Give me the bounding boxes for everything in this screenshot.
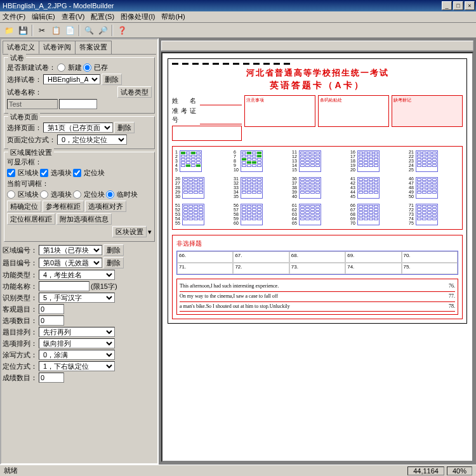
f-optorder-select[interactable]: 纵向排列 — [39, 338, 115, 348]
question-block: 7172737475 — [409, 204, 459, 225]
toolbar-separator — [32, 25, 33, 36]
id-field — [200, 107, 242, 124]
select-paper-label: 选择试卷： — [7, 75, 42, 84]
question-block: 1112131415 — [292, 150, 343, 172]
question-block: 12345 — [175, 150, 226, 172]
maximize-button[interactable]: □ — [453, 1, 463, 10]
group-paper: 试卷 是否新建试卷： 新建 已存 选择试卷： HBEnglish_A 删除 试卷… — [4, 57, 155, 114]
delete-paper-button[interactable]: 删除 — [102, 74, 122, 85]
f-region-del[interactable]: 删除 — [103, 244, 124, 256]
essay-cell: 75. — [402, 263, 458, 274]
chk-option[interactable] — [40, 169, 48, 177]
f-functype-label: 功能类型： — [3, 270, 37, 280]
r-region[interactable] — [7, 190, 15, 199]
close-button[interactable]: × — [465, 1, 475, 10]
tb-zoomin-icon[interactable]: 🔍 — [83, 24, 95, 37]
chk-locate[interactable] — [73, 169, 81, 177]
preview-toolbar — [161, 41, 473, 51]
group-region: 区域属性设置 可显示框： 区域块 选项块 定位块 当前可调框： 区域块 选项块 … — [4, 152, 155, 242]
paper-type-button[interactable]: 试卷类型 — [117, 86, 152, 98]
tb-cut-icon[interactable]: ✂ — [36, 24, 48, 37]
question-block: 5657585960 — [234, 204, 284, 225]
select-locate[interactable]: 0，定位块定位 — [57, 135, 127, 145]
btn-precise[interactable]: 精确定位 — [7, 201, 41, 212]
f-region-select[interactable]: 第1块（已存块） — [39, 245, 102, 255]
menu-file[interactable]: 文件(F) — [3, 12, 25, 22]
f-objcount-input[interactable] — [39, 304, 64, 314]
r-option[interactable] — [40, 190, 48, 199]
preview-viewport[interactable]: 河北省普通高等学校招生统一考试 英语答题卡（A卡） 姓 名 准考证号 注意事项 … — [161, 52, 473, 462]
f-optcount-input[interactable] — [39, 315, 64, 326]
menu-edit[interactable]: 编辑(E) — [32, 12, 55, 22]
window-title: HBEnglish_A_2.JPG - ModelBuilder — [1, 2, 440, 10]
btn-align[interactable]: 选项框对齐 — [85, 201, 126, 212]
menu-config[interactable]: 配置(S) — [91, 12, 114, 22]
essay-cell: 68. — [289, 251, 345, 263]
f-score-label: 成绩数目： — [3, 373, 37, 383]
f-rectype-select[interactable]: 5，手写汉字 — [39, 293, 115, 303]
f-locmode-select[interactable]: 1，下右纵定位 — [39, 361, 115, 371]
essay-cell: 70. — [402, 251, 458, 263]
status-ready: 就绪 — [4, 466, 18, 475]
btn-addinfo[interactable]: 附加选项框信息 — [56, 213, 112, 225]
tb-save-icon[interactable]: 💾 — [17, 24, 29, 37]
properties-panel: 试卷定义 试卷评阅 答案设置 试卷 是否新建试卷： 新建 已存 选择试卷： HB… — [0, 38, 159, 465]
tb-paste-icon[interactable]: 📋 — [50, 24, 62, 37]
essay-title: 非选择题 — [176, 239, 458, 248]
paper-name-label: 试卷名称： — [7, 88, 42, 97]
select-page[interactable]: 第1页（已存页面） — [43, 122, 113, 133]
tab-review[interactable]: 试卷评阅 — [39, 41, 76, 54]
sheet-info: 姓 名 准考证号 注意事项 条码粘贴处 缺考标记 — [172, 95, 463, 141]
menu-help[interactable]: 帮助(H) — [161, 12, 185, 22]
radio-exist[interactable] — [83, 63, 91, 72]
f-optcount-label: 选项数目： — [3, 316, 37, 326]
locate-label: 页面定位方式： — [7, 135, 56, 145]
panel-tabs: 试卷定义 试卷评阅 答案设置 — [3, 41, 156, 55]
btn-locdist[interactable]: 定位框居框距 — [7, 213, 55, 225]
select-paper[interactable]: HBEnglish_A — [43, 74, 100, 84]
tb-open-icon[interactable]: 📁 — [3, 24, 15, 37]
toolbar-separator — [79, 25, 80, 36]
f-funcname-hint: (限15字) — [91, 282, 117, 291]
f-funcname-label: 功能名称： — [3, 282, 37, 291]
essay-cell: 73. — [289, 263, 345, 274]
menu-image[interactable]: 图像处理(I) — [121, 12, 155, 22]
delete-page-button[interactable]: 删除 — [114, 122, 135, 133]
question-block: 5152535455 — [175, 204, 226, 225]
menu-bar: 文件(F) 编辑(E) 查看(V) 配置(S) 图像处理(I) 帮助(H) — [0, 11, 476, 23]
tb-help-icon[interactable]: ❓ — [116, 24, 128, 37]
essay-cell: 74. — [345, 263, 401, 274]
f-qorder-label: 题目排列： — [3, 327, 37, 337]
group-title: 试卷 — [8, 53, 26, 63]
select-page-label: 选择页面： — [7, 123, 42, 133]
f-fill-select[interactable]: 0，涂满 — [39, 350, 115, 360]
tb-copy-icon[interactable]: 📄 — [63, 24, 76, 37]
id-label: 准考证号 — [172, 107, 200, 124]
timing-marks-top — [172, 63, 463, 65]
dropdown-icon[interactable]: ▾ — [148, 228, 152, 236]
btn-refdist[interactable]: 参考框框距 — [43, 201, 84, 212]
r-temp[interactable] — [106, 190, 114, 199]
f-region-label: 区域编号： — [3, 246, 37, 255]
paper-name-input[interactable] — [59, 99, 97, 109]
question-block: 678910 — [234, 150, 284, 172]
btn-blockset[interactable]: 区块设置 — [112, 226, 147, 237]
f-score-input[interactable] — [39, 373, 64, 383]
chk-region[interactable] — [7, 169, 15, 177]
radio-new[interactable] — [57, 63, 65, 72]
tb-zoomout-icon[interactable]: 🔎 — [96, 24, 109, 37]
f-functype-select[interactable]: 4，考生姓名 — [39, 270, 115, 280]
toolbar-separator — [112, 25, 113, 36]
f-qnum-select[interactable]: 第0题（无效题） — [39, 258, 102, 268]
r-locate-label: 定位块 — [84, 190, 105, 199]
f-qnum-del[interactable]: 删除 — [103, 257, 124, 268]
r-locate[interactable] — [73, 190, 81, 199]
f-funcname-input[interactable] — [39, 281, 89, 291]
f-rectype-label: 识别类型： — [3, 293, 37, 303]
tab-answer[interactable]: 答案设置 — [75, 41, 112, 54]
minimize-button[interactable]: _ — [442, 1, 452, 10]
menu-view[interactable]: 查看(V) — [62, 12, 85, 22]
sheet-title-1: 河北省普通高等学校招生统一考试 — [172, 67, 463, 79]
tab-define[interactable]: 试卷定义 — [3, 41, 39, 54]
f-qorder-select[interactable]: 先行再列 — [39, 327, 115, 337]
